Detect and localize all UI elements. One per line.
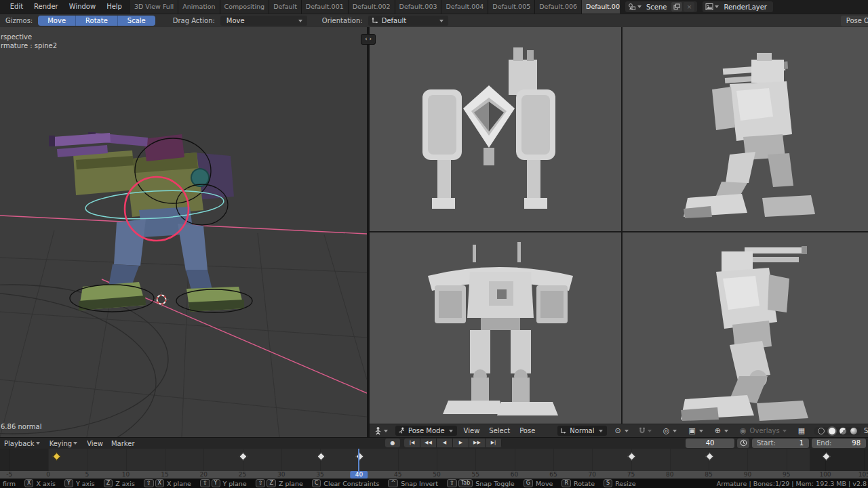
keyframe-25[interactable] [239, 452, 248, 461]
menu-edit[interactable]: Edit [5, 0, 28, 14]
keyframe-75[interactable] [627, 452, 636, 461]
frame-gridline [553, 449, 554, 471]
workspace-tab-default-003[interactable]: Default.003 [395, 0, 442, 14]
key--: ^ [388, 479, 398, 487]
shortcut-label: Z axis [115, 480, 135, 487]
scene-icon [628, 3, 636, 11]
viewport-menu-select[interactable]: Select [484, 427, 515, 434]
orientation-dropdown[interactable]: Default [368, 16, 448, 26]
workspace-tab-default-002[interactable]: Default.002 [349, 0, 395, 14]
key-r: R [561, 479, 571, 487]
gizmo-move-button[interactable]: Move [38, 16, 76, 26]
workspace-tab-default-004[interactable]: Default.004 [441, 0, 488, 14]
play-button[interactable]: ▶ [453, 439, 469, 447]
statusbar: firmXX axisYY axisZZ axis⇧XX plane⇧YY pl… [0, 479, 868, 488]
ruler-label-55: 55 [472, 471, 479, 479]
viewport-label-perspective: rspective [1, 33, 32, 41]
frame-gridline [437, 449, 437, 471]
timeline-menu-view[interactable]: View [83, 440, 107, 447]
area-split-widget[interactable]: ‹ › [361, 34, 376, 45]
pivot-point-button[interactable]: ⊙ [609, 426, 634, 435]
jump-start-button[interactable]: |◀ [404, 439, 420, 447]
view-layer-selector[interactable]: RenderLayer [703, 1, 772, 12]
out-of-range-right [810, 449, 868, 471]
pivot-icon: ⊙ [613, 426, 623, 435]
workspace-tab-default[interactable]: Default [269, 0, 302, 14]
gizmos-dropdown-button[interactable]: ⊕ [709, 426, 734, 435]
chevron-down-icon [673, 430, 677, 432]
play-back-button[interactable]: ◀ [437, 439, 453, 447]
current-frame-indicator[interactable]: 40 [351, 471, 368, 479]
jump-end-button[interactable]: ▶| [486, 439, 502, 447]
timeline-ruler[interactable]: -505101520253035455055606570758085909510… [0, 471, 868, 479]
end-frame-field[interactable]: End: 98 [812, 439, 866, 448]
pose-options-button[interactable]: Pose O [841, 16, 868, 26]
quad-view-area[interactable] [370, 27, 868, 424]
drag-action-dropdown[interactable]: Move [220, 16, 307, 26]
view-layer-name[interactable]: RenderLayer [720, 3, 770, 11]
workspace-tab-default-001[interactable]: Default.001 [302, 0, 349, 14]
workspace-tab-default-006[interactable]: Default.006 [535, 0, 582, 14]
shading-solid-button[interactable] [829, 428, 835, 434]
shading-material-button[interactable] [840, 428, 846, 434]
time-display-button[interactable] [737, 439, 749, 448]
snap-toggle-button[interactable] [634, 427, 657, 435]
gizmos-label: Gizmos: [5, 17, 33, 24]
unlink-scene-button[interactable]: × [684, 2, 694, 12]
proportional-editing-button[interactable]: ◎ [657, 426, 683, 435]
workspace-tab-compositing[interactable]: Compositing [220, 0, 270, 14]
menu-render[interactable]: Render [28, 0, 64, 14]
shortcut-y-plane: ⇧YY plane [200, 479, 247, 487]
record-button[interactable]: ● [385, 439, 400, 447]
editor-3d-icon [374, 426, 382, 435]
prev-key-button[interactable]: ◀◀ [420, 439, 437, 447]
current-frame-field[interactable]: 40 [686, 439, 734, 448]
quad-divider-vertical[interactable] [621, 27, 623, 424]
gizmo-toggle-group: MoveRotateScale [38, 16, 155, 26]
shortcut-snap-invert: ^Snap Invert [388, 479, 438, 487]
scene-selector[interactable]: Scene × [625, 1, 698, 12]
timeline-menu-keying[interactable]: Keying [45, 440, 83, 447]
gizmo-rotate-button[interactable]: Rotate [76, 16, 118, 26]
scene-name[interactable]: Scene [643, 3, 671, 11]
key-s: S [604, 479, 612, 487]
viewport-menu-view[interactable]: View [459, 427, 485, 434]
timeline-menu-marker[interactable]: Marker [107, 440, 139, 447]
chevron-down-icon [637, 5, 642, 8]
shortcut-rotate: RRotate [561, 479, 595, 487]
chevron-down-icon [298, 20, 302, 22]
start-label: Start: [752, 439, 776, 447]
workspace-tab-animation[interactable]: Animation [178, 0, 220, 14]
timeline-menu-playback[interactable]: Playback [0, 440, 45, 447]
keyframe-35[interactable] [317, 452, 326, 461]
keyframe-40[interactable] [355, 452, 364, 461]
editor-type-button[interactable] [370, 426, 393, 435]
key-tab: Tab [458, 479, 473, 487]
menu-window[interactable]: Window [64, 0, 101, 14]
next-key-button[interactable]: ▶▶ [469, 439, 486, 447]
viewport-3d-posed[interactable]: rspective rmature : spine2 6.86 normal [0, 27, 367, 437]
view-object-types-button[interactable]: ▣ [682, 426, 708, 435]
keyframe-85[interactable] [705, 452, 714, 461]
quad-divider-horizontal[interactable] [370, 231, 868, 232]
timeline-track[interactable] [0, 449, 868, 471]
workspace-tab-default-007[interactable]: Default.007 [582, 0, 620, 14]
keyframe-1[interactable] [52, 452, 61, 461]
shading-rendered-button[interactable] [850, 428, 857, 434]
transform-orientation-dropdown[interactable]: Normal [557, 426, 606, 436]
new-scene-button[interactable] [671, 2, 682, 12]
timeline-menus: PlaybackKeyingViewMarker [0, 440, 139, 447]
start-frame-field[interactable]: Start: 1 [752, 439, 809, 448]
workspace-tab-3d-view-full[interactable]: 3D View Full [130, 0, 178, 14]
viewport-menus: ViewSelectPose [459, 427, 540, 434]
workspace-tab-default-005[interactable]: Default.005 [488, 0, 535, 14]
menu-help[interactable]: Help [101, 0, 127, 14]
overlays-button[interactable]: ◉ Overlays [734, 426, 792, 435]
xray-toggle-button[interactable]: ▦ [792, 426, 811, 435]
shading-wireframe-button[interactable] [818, 428, 825, 434]
mode-dropdown[interactable]: Pose Mode [395, 426, 457, 436]
shortcut-label: Clear Constraints [323, 480, 379, 487]
viewport-menu-pose[interactable]: Pose [515, 427, 540, 434]
menu-file[interactable]: File [0, 0, 5, 14]
gizmo-scale-button[interactable]: Scale [118, 16, 155, 26]
